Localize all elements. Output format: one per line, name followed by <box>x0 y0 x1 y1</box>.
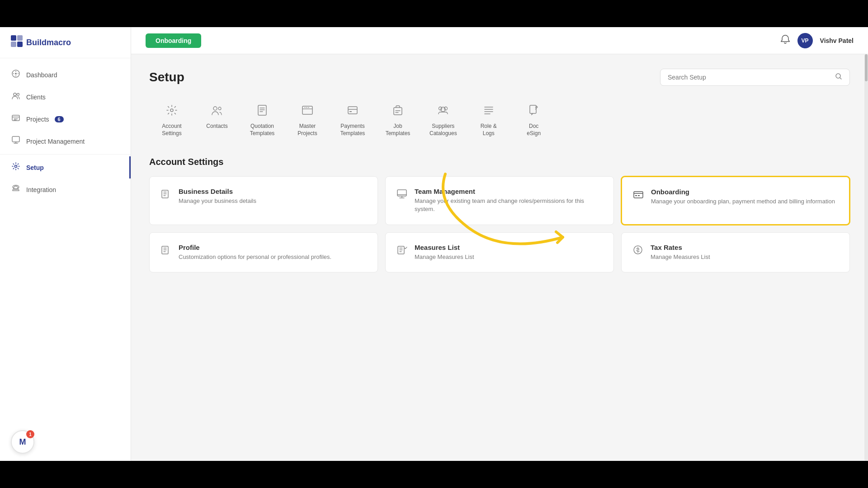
nav-master-projects[interactable]: MasterProjects <box>285 99 330 142</box>
sidebar-item-project-management[interactable]: Project Management <box>0 130 131 152</box>
onboarding-desc: Manage your onboarding plan, payment met… <box>651 197 835 206</box>
logo-icon <box>11 35 23 50</box>
measures-list-title: Measures List <box>415 244 474 251</box>
nav-suppliers-catalogues[interactable]: SuppliersCatalogues <box>420 99 466 142</box>
onboarding-button[interactable]: Onboarding <box>146 33 201 48</box>
nav-role-logs[interactable]: Role &Logs <box>466 99 511 142</box>
business-details-icon <box>160 188 171 202</box>
business-details-desc: Manage your business details <box>179 197 256 205</box>
clients-icon <box>11 91 21 103</box>
svg-rect-20 <box>394 108 402 115</box>
sidebar-item-dashboard[interactable]: Dashboard <box>0 64 131 86</box>
role-logs-icon <box>482 104 495 119</box>
main-content: Onboarding VP Vishv Patel Setup <box>131 27 868 461</box>
card-profile[interactable]: Profile Customization options for person… <box>149 232 378 272</box>
svg-point-15 <box>218 107 221 110</box>
profile-icon <box>160 244 171 258</box>
sidebar-item-integration[interactable]: Integration <box>0 178 131 201</box>
account-settings-section: Account Settings Business Details Man <box>149 157 850 272</box>
nav-label-contacts: Contacts <box>206 123 227 130</box>
sidebar: Buildmacro Dashboard <box>0 27 131 461</box>
card-business-details[interactable]: Business Details Manage your business de… <box>149 176 378 225</box>
svg-point-14 <box>213 107 217 110</box>
tax-rates-title: Tax Rates <box>651 244 710 251</box>
cards-grid: Business Details Manage your business de… <box>149 176 850 272</box>
svg-rect-0 <box>11 35 16 41</box>
notification-bubble[interactable]: M 1 <box>11 430 34 454</box>
bell-icon[interactable] <box>780 34 790 47</box>
team-management-desc: Manage your existing team and change rol… <box>415 197 603 213</box>
sidebar-bottom: M 1 <box>0 423 131 461</box>
onboarding-title: Onboarding <box>651 188 835 196</box>
sidebar-item-clients[interactable]: Clients <box>0 86 131 108</box>
onboarding-content: Onboarding Manage your onboarding plan, … <box>651 188 835 206</box>
svg-rect-1 <box>17 35 23 41</box>
sidebar-item-projects[interactable]: Projects 6 <box>0 108 131 130</box>
scrollbar-thumb[interactable] <box>865 54 868 81</box>
svg-rect-9 <box>12 136 19 142</box>
integration-icon <box>11 184 21 195</box>
onboarding-card-icon <box>633 189 644 202</box>
svg-rect-19 <box>349 111 352 112</box>
project-management-icon <box>11 136 21 147</box>
svg-point-10 <box>15 165 17 168</box>
nav-doc-esign[interactable]: DoceSign <box>511 99 557 142</box>
nav-label-job-templates: JobTemplates <box>386 123 410 137</box>
section-title: Account Settings <box>149 157 850 167</box>
tax-rates-content: Tax Rates Manage Measures List <box>651 244 710 261</box>
svg-point-23 <box>444 107 448 110</box>
doc-esign-icon <box>528 104 540 119</box>
logo[interactable]: Buildmacro <box>0 27 131 58</box>
sidebar-label-projects: Projects <box>26 116 49 123</box>
svg-rect-2 <box>11 42 16 47</box>
master-projects-icon <box>301 104 314 119</box>
search-input[interactable] <box>668 74 830 81</box>
top-header: Onboarding VP Vishv Patel <box>131 27 868 54</box>
quotation-templates-icon <box>256 104 269 119</box>
nav-job-templates[interactable]: JobTemplates <box>375 99 420 142</box>
sidebar-label-clients: Clients <box>26 94 46 101</box>
page-content: Setup <box>131 54 868 461</box>
business-details-title: Business Details <box>179 188 256 195</box>
svg-rect-18 <box>348 107 357 114</box>
projects-badge: 6 <box>55 116 64 122</box>
card-tax-rates[interactable]: Tax Rates Manage Measures List <box>621 232 850 272</box>
page-header: Setup <box>149 69 850 86</box>
sidebar-item-setup[interactable]: Setup <box>0 156 131 178</box>
card-team-management[interactable]: Team Management Manage your existing tea… <box>385 176 614 225</box>
nav-quotation-templates[interactable]: QuotationTemplates <box>240 99 285 142</box>
page-title: Setup <box>149 70 184 84</box>
notification-count: 1 <box>26 430 34 438</box>
dashboard-icon <box>11 69 21 80</box>
account-settings-icon <box>165 104 178 119</box>
tax-rates-desc: Manage Measures List <box>651 253 710 261</box>
svg-rect-16 <box>258 105 266 115</box>
svg-rect-27 <box>634 192 643 198</box>
svg-rect-26 <box>397 190 406 196</box>
nav-account-settings[interactable]: AccountSettings <box>149 99 194 142</box>
nav-payments-templates[interactable]: PaymentsTemplates <box>330 99 375 142</box>
app-name: Buildmacro <box>26 38 71 47</box>
nav-contacts[interactable]: Contacts <box>194 99 240 142</box>
card-measures-list[interactable]: Measures List Manage Measures List <box>385 232 614 272</box>
nav-label-role-logs: Role &Logs <box>481 123 497 137</box>
tax-rates-icon <box>632 244 643 258</box>
nav-label-master-projects: MasterProjects <box>297 123 317 137</box>
profile-content: Profile Customization options for person… <box>179 244 331 261</box>
svg-point-5 <box>15 73 17 75</box>
nav-label-doc-esign: DoceSign <box>527 123 541 137</box>
card-onboarding[interactable]: Onboarding Manage your onboarding plan, … <box>621 176 850 225</box>
bubble-logo-icon: M <box>19 437 26 447</box>
nav-label-suppliers-catalogues: SuppliersCatalogues <box>429 123 457 137</box>
setup-icon <box>11 162 21 173</box>
svg-rect-24 <box>530 105 536 113</box>
svg-rect-3 <box>17 42 23 47</box>
sidebar-label-setup: Setup <box>26 164 44 171</box>
sidebar-label-project-management: Project Management <box>26 138 85 145</box>
job-templates-icon <box>392 104 404 119</box>
scrollbar-track[interactable] <box>864 54 868 461</box>
search-setup-container[interactable] <box>660 69 850 86</box>
projects-icon <box>11 113 21 125</box>
svg-point-7 <box>17 94 19 96</box>
measures-list-content: Measures List Manage Measures List <box>415 244 474 261</box>
